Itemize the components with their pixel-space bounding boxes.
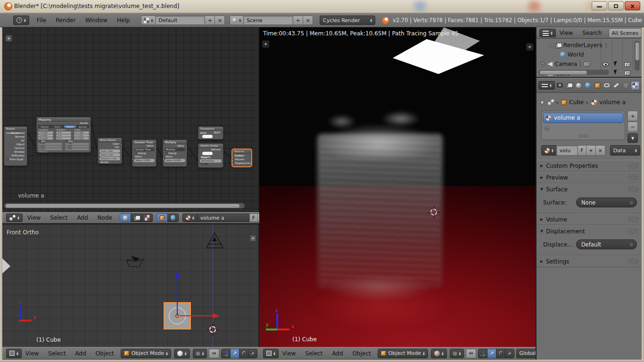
tab-world[interactable] — [584, 81, 593, 90]
material-slot-active[interactable]: volume a — [543, 113, 623, 123]
min-checkbox[interactable] — [39, 140, 41, 142]
menu-select[interactable]: Select — [305, 350, 322, 357]
scale-manipulator-button[interactable]: ↗ — [248, 349, 257, 358]
mesh-object[interactable] — [125, 254, 145, 269]
unlink-material-button[interactable]: × — [595, 145, 605, 156]
menu-file[interactable]: File — [37, 17, 46, 24]
plane-object[interactable] — [2, 258, 10, 273]
tab-constraints[interactable] — [603, 81, 611, 90]
material-name-input[interactable]: volu — [556, 145, 578, 156]
pivot-point-select[interactable]: ◎ ▲▼ — [193, 349, 207, 358]
expand-region-icon[interactable]: + — [526, 43, 533, 50]
axes-gizmo-button[interactable] — [478, 349, 487, 358]
menu-select[interactable]: Select — [50, 214, 67, 221]
browse-material-button[interactable]: ▲▼ — [541, 145, 557, 156]
panel-grip-icon[interactable] — [627, 228, 639, 234]
tab-object[interactable] — [593, 81, 602, 90]
rendered-viewport[interactable]: Time:00:43.75 | Mem:10.65M, Peak:10.65M … — [259, 27, 536, 347]
menu-window[interactable]: Window — [85, 17, 107, 24]
panel-displacement[interactable]: ▼Displacement Displace... Default — [537, 225, 642, 255]
math-operation-select[interactable]: Greater Than — [134, 148, 155, 151]
clamp-checkbox[interactable] — [165, 152, 167, 154]
datablock-source-select[interactable]: Data▲▼ — [610, 145, 640, 156]
selectability-toggle-cursor-icon[interactable] — [614, 69, 618, 74]
menu-search[interactable]: Search — [582, 30, 602, 36]
outliner-vscrollbar[interactable] — [635, 41, 640, 71]
translate-manipulator-button[interactable]: ↗ — [230, 349, 239, 358]
axes-gizmo-button[interactable] — [221, 349, 231, 358]
panel-grip-icon[interactable] — [627, 186, 639, 192]
editor-type-selector[interactable]: i ▲▼ — [13, 16, 29, 25]
scenes-filter-select[interactable]: All Scenes — [609, 28, 642, 38]
node-material-output[interactable]: Material Output Surface Volume Displacem… — [232, 149, 252, 167]
screen-layout-icon-button[interactable]: ▲▼ — [141, 16, 156, 25]
material-name-field[interactable]: volume a — [197, 214, 250, 222]
slot-add-icon[interactable]: + — [545, 126, 549, 131]
node-volume-scatter[interactable]: Volume Scatter Volume Color Density Anis… — [198, 143, 223, 168]
outliner-item-camera[interactable]: + Camera | — [540, 60, 590, 68]
title-bar[interactable]: Blender* [C:\modeling\tests migrate\volu… — [0, 0, 644, 13]
from-dupli-checkbox[interactable] — [7, 158, 8, 160]
transform-orientation-select[interactable]: Global▲▼ — [516, 349, 536, 358]
panel-grip-icon[interactable] — [627, 216, 639, 222]
fake-user-button[interactable]: F — [249, 214, 258, 222]
node-texture-coordinate[interactable]: Texture Coordinate Generated Normal UV O… — [4, 126, 27, 166]
mapping-type-tabs[interactable]: Texture Point Vector Normal — [38, 125, 89, 128]
outliner-item-world[interactable]: World — [558, 51, 584, 58]
menu-render[interactable]: Render — [56, 17, 76, 24]
texture-type-button[interactable] — [141, 214, 153, 222]
viewport-shading-select[interactable]: ▲▼ — [174, 349, 190, 358]
menu-add[interactable]: Add — [75, 350, 86, 357]
tab-render[interactable] — [555, 81, 564, 90]
tab-modifiers[interactable] — [612, 81, 621, 90]
z-translate-handle[interactable] — [177, 277, 178, 316]
scene-name[interactable]: Scene — [243, 16, 293, 25]
world-shader-button[interactable] — [167, 214, 179, 222]
expand-region-icon[interactable]: + — [262, 41, 269, 48]
node-transparent-bsdf[interactable]: Transparent BSDF BSDF Color — [198, 126, 223, 140]
rotate-manipulator-button[interactable] — [496, 349, 505, 358]
editor-type-selector[interactable]: ▲▼ — [6, 214, 23, 222]
fake-user-button[interactable]: F — [578, 145, 586, 156]
panel-custom-properties[interactable]: ▶Custom Properties — [537, 160, 642, 172]
menu-node[interactable]: Node — [98, 214, 112, 221]
compositing-type-button[interactable] — [131, 214, 142, 222]
breadcrumb-object[interactable]: Cube — [569, 99, 584, 106]
menu-view[interactable]: View — [560, 30, 573, 36]
node-material-icon[interactable] — [548, 99, 554, 105]
x-translate-handle[interactable] — [180, 315, 214, 316]
panel-grip-icon[interactable] — [627, 258, 639, 264]
close-button[interactable]: x — [625, 1, 640, 10]
outliner-item-renderlayers[interactable]: + RenderLayers | — [549, 41, 607, 49]
math-operation-select[interactable]: Multiply — [165, 148, 185, 151]
tab-material[interactable] — [631, 81, 640, 90]
displacement-select[interactable]: Default — [576, 239, 637, 249]
shader-type-button[interactable] — [120, 214, 131, 222]
panel-settings[interactable]: ▶Settings — [537, 255, 642, 267]
node-math-multiply[interactable]: Multiply Value Multiply Clamp Value Valu… — [163, 140, 187, 167]
menu-object[interactable]: Object — [96, 350, 114, 357]
minimize-button[interactable] — [592, 1, 607, 10]
panel-surface[interactable]: ▼Surface Surface: None — [537, 183, 642, 214]
rotate-manipulator-button[interactable] — [239, 349, 248, 358]
menu-add[interactable]: Add — [77, 214, 88, 221]
tab-render-layers[interactable] — [565, 81, 574, 90]
max-checkbox[interactable] — [66, 140, 67, 142]
panel-preview[interactable]: ▶Preview — [537, 172, 642, 183]
camera-object[interactable] — [204, 231, 225, 252]
renderability-toggle-camera-icon[interactable] — [624, 71, 630, 75]
viewport-3d-canvas[interactable]: Front Ortho + — [2, 223, 259, 347]
panel-grip-icon[interactable] — [627, 163, 639, 169]
visibility-toggle-eye-icon[interactable] — [603, 62, 609, 66]
mode-select[interactable]: Object Mode ▲▼ — [121, 349, 171, 358]
viewport-shading-select[interactable]: ▲▼ — [431, 349, 447, 358]
slot-specials-button[interactable]: ▼ — [627, 133, 638, 143]
resize-grip-icon[interactable] — [578, 135, 589, 137]
outliner-hscrollbar[interactable] — [538, 70, 609, 75]
node-mapping[interactable]: Mapping Vector Texture Point Vector Norm… — [36, 117, 91, 153]
add-slot-button[interactable]: + — [627, 111, 638, 121]
x-arrowhead-icon[interactable] — [213, 313, 219, 319]
selectability-toggle-cursor-icon[interactable] — [614, 61, 618, 66]
node-noise-texture[interactable]: Noise Texture Color Fac Scale: 2.000 Det… — [98, 138, 122, 164]
editor-type-selector[interactable]: ▲▼ — [538, 81, 555, 90]
